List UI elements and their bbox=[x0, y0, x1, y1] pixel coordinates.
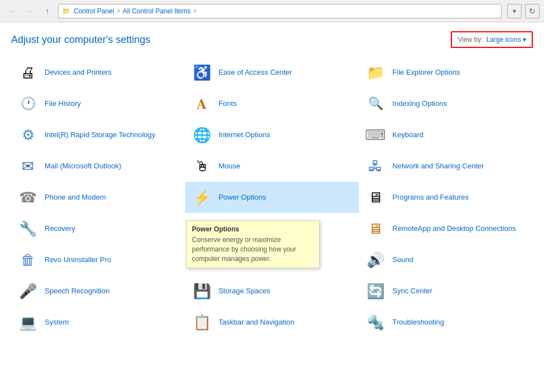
programs-label: Programs and Features bbox=[392, 193, 469, 202]
view-by-dropdown[interactable]: Large icons ▾ bbox=[487, 36, 526, 43]
sync-icon bbox=[364, 280, 387, 302]
item-file-history[interactable]: File History bbox=[11, 88, 185, 119]
sound-label: Sound bbox=[392, 255, 413, 265]
item-mouse[interactable]: Mouse bbox=[185, 151, 359, 182]
power-options-tooltip: Power Options Conserve energy or maximiz… bbox=[186, 220, 320, 268]
speech-label: Speech Recognition bbox=[45, 287, 109, 296]
item-recovery[interactable]: Recovery bbox=[11, 213, 185, 244]
system-label: System bbox=[45, 318, 69, 327]
item-remoteapp[interactable]: RemoteApp and Desktop Connections bbox=[359, 213, 533, 244]
item-taskbar[interactable]: Taskbar and Navigation bbox=[185, 307, 359, 338]
internet-label: Internet Options bbox=[219, 130, 271, 140]
storage-label: Storage Spaces bbox=[219, 287, 271, 296]
main-content: Adjust your computer's settings View by:… bbox=[0, 22, 544, 392]
indexing-label: Indexing Options bbox=[392, 99, 447, 109]
power-label: Power Options bbox=[219, 193, 266, 202]
remoteapp-icon bbox=[364, 217, 387, 240]
item-internet[interactable]: Internet Options bbox=[185, 119, 359, 151]
network-label: Network and Sharing Center bbox=[392, 162, 484, 171]
taskbar-label: Taskbar and Navigation bbox=[219, 318, 295, 327]
network-icon bbox=[364, 155, 387, 177]
phone-modem-icon bbox=[17, 186, 39, 209]
mouse-icon bbox=[191, 155, 213, 177]
sound-icon bbox=[364, 249, 387, 271]
internet-icon bbox=[191, 124, 213, 146]
programs-icon bbox=[364, 186, 387, 209]
header: Adjust your computer's settings View by:… bbox=[11, 31, 533, 48]
item-keyboard[interactable]: Keyboard bbox=[359, 119, 533, 151]
indexing-icon bbox=[364, 93, 387, 115]
devices-printers-icon bbox=[17, 61, 39, 84]
file-history-icon bbox=[17, 93, 39, 115]
tooltip-description: Conserve energy or maximize performance … bbox=[192, 235, 314, 263]
item-storage[interactable]: Storage Spaces bbox=[185, 275, 359, 307]
revo-label: Revo Uninstaller Pro bbox=[45, 255, 111, 265]
sync-label: Sync Center bbox=[392, 287, 432, 296]
breadcrumb-allitems[interactable]: All Control Panel Items bbox=[123, 7, 191, 15]
item-mail[interactable]: Mail (Microsoft Outlook) bbox=[11, 151, 185, 182]
revo-icon bbox=[17, 249, 39, 271]
item-troubleshoot[interactable]: Troubleshooting bbox=[359, 307, 533, 338]
ease-icon bbox=[191, 61, 213, 84]
address-dropdown-button[interactable]: ▾ bbox=[507, 4, 522, 18]
item-speech[interactable]: Speech Recognition bbox=[11, 275, 185, 307]
explorer-icon bbox=[364, 61, 387, 84]
remoteapp-label: RemoteApp and Desktop Connections bbox=[392, 224, 516, 234]
item-programs[interactable]: Programs and Features bbox=[359, 182, 533, 213]
mouse-label: Mouse bbox=[219, 162, 240, 171]
system-icon bbox=[17, 311, 39, 333]
address-icon: 📁 bbox=[62, 7, 70, 15]
item-explorer[interactable]: File Explorer Options bbox=[359, 57, 533, 88]
item-fonts[interactable]: Fonts bbox=[185, 88, 359, 119]
view-by-label: View by: bbox=[458, 36, 483, 43]
item-intel-rapid[interactable]: Intel(R) Rapid Storage Technology bbox=[11, 119, 185, 151]
storage-icon bbox=[191, 280, 213, 302]
keyboard-label: Keyboard bbox=[392, 130, 423, 140]
tooltip-title: Power Options bbox=[192, 225, 314, 233]
item-sound[interactable]: Sound bbox=[359, 244, 533, 275]
phone-modem-label: Phone and Modem bbox=[45, 193, 106, 202]
item-power[interactable]: Power Options bbox=[185, 182, 359, 213]
breadcrumb-controlpanel[interactable]: Control Panel bbox=[74, 7, 114, 15]
taskbar-icon bbox=[191, 311, 213, 333]
item-network[interactable]: Network and Sharing Center bbox=[359, 151, 533, 182]
control-panel-grid: Devices and PrintersEase of Access Cente… bbox=[11, 57, 533, 338]
address-bar[interactable]: 📁 Control Panel > All Control Panel Item… bbox=[58, 4, 502, 18]
ease-label: Ease of Access Center bbox=[219, 68, 292, 78]
intel-rapid-label: Intel(R) Rapid Storage Technology bbox=[45, 130, 156, 140]
titlebar: ← → ↑ 📁 Control Panel > All Control Pane… bbox=[0, 0, 544, 22]
item-indexing[interactable]: Indexing Options bbox=[359, 88, 533, 119]
troubleshoot-label: Troubleshooting bbox=[392, 318, 444, 327]
power-icon bbox=[191, 186, 213, 209]
refresh-button[interactable]: ↻ bbox=[525, 4, 540, 18]
item-ease[interactable]: Ease of Access Center bbox=[185, 57, 359, 88]
fonts-label: Fonts bbox=[219, 99, 237, 109]
item-sync[interactable]: Sync Center bbox=[359, 275, 533, 307]
keyboard-icon bbox=[364, 124, 387, 146]
item-system[interactable]: System bbox=[11, 307, 185, 338]
back-button[interactable]: ← bbox=[4, 4, 19, 18]
view-by-control[interactable]: View by: Large icons ▾ bbox=[451, 31, 533, 48]
intel-rapid-icon bbox=[17, 124, 39, 146]
troubleshoot-icon bbox=[364, 311, 387, 333]
up-button[interactable]: ↑ bbox=[40, 4, 55, 18]
item-phone-modem[interactable]: Phone and Modem bbox=[11, 182, 185, 213]
mail-label: Mail (Microsoft Outlook) bbox=[45, 162, 121, 171]
speech-icon bbox=[17, 280, 39, 302]
devices-printers-label: Devices and Printers bbox=[45, 68, 112, 78]
page-title: Adjust your computer's settings bbox=[11, 34, 151, 46]
fonts-icon bbox=[191, 93, 213, 115]
mail-icon bbox=[17, 155, 39, 177]
recovery-label: Recovery bbox=[45, 224, 75, 234]
forward-button[interactable]: → bbox=[22, 4, 37, 18]
file-history-label: File History bbox=[45, 99, 81, 109]
item-devices-printers[interactable]: Devices and Printers bbox=[11, 57, 185, 88]
explorer-label: File Explorer Options bbox=[392, 68, 460, 78]
item-revo[interactable]: Revo Uninstaller Pro bbox=[11, 244, 185, 275]
recovery-icon bbox=[17, 217, 39, 240]
